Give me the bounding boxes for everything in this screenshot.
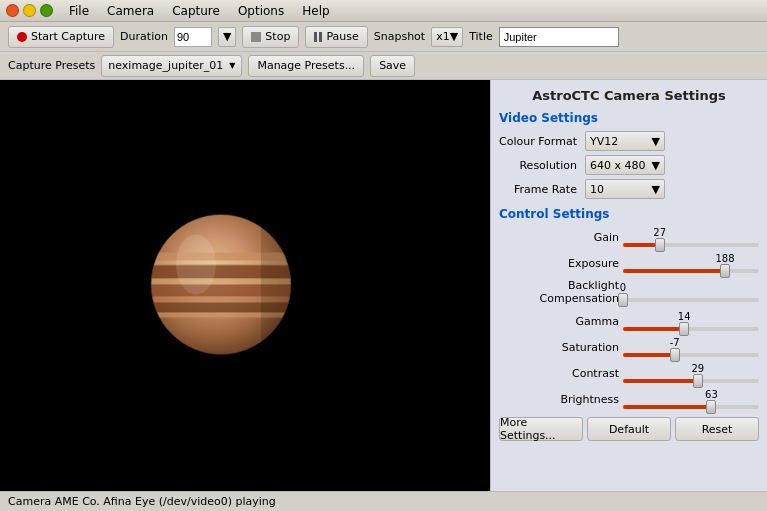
preset-dropdown[interactable]: neximage_jupiter_01 ▼ bbox=[101, 55, 242, 77]
menu-options[interactable]: Options bbox=[230, 2, 292, 20]
reset-label: Reset bbox=[702, 423, 733, 436]
window-controls bbox=[6, 4, 53, 17]
title-label: Title bbox=[469, 30, 493, 43]
menu-file[interactable]: File bbox=[61, 2, 97, 20]
slider-thumb[interactable] bbox=[720, 264, 730, 278]
slider-value-exposure: 188 bbox=[715, 253, 734, 264]
pause-icon bbox=[314, 32, 322, 42]
presets-bar: Capture Presets neximage_jupiter_01 ▼ Ma… bbox=[0, 52, 767, 80]
frame-rate-dropdown[interactable]: 10 ▼ bbox=[585, 179, 665, 199]
record-icon bbox=[17, 32, 27, 42]
preset-value: neximage_jupiter_01 bbox=[108, 59, 223, 72]
slider-label-gain: Gain bbox=[499, 231, 619, 244]
titlebar: File Camera Capture Options Help bbox=[0, 0, 767, 22]
slider-label-exposure: Exposure bbox=[499, 257, 619, 270]
video-settings-grid: Colour Format YV12 ▼ Resolution 640 x 48… bbox=[499, 131, 759, 199]
svg-point-11 bbox=[176, 234, 216, 294]
slider-row: Contrast29 bbox=[499, 363, 759, 383]
pause-button[interactable]: Pause bbox=[305, 26, 367, 48]
duration-input[interactable] bbox=[174, 27, 212, 47]
slider-thumb[interactable] bbox=[706, 400, 716, 414]
settings-panel: AstroCTC Camera Settings Video Settings … bbox=[490, 80, 767, 491]
slider-value-backlight-compensation: 0 bbox=[620, 282, 626, 293]
default-label: Default bbox=[609, 423, 649, 436]
slider-value-brightness: 63 bbox=[705, 389, 718, 400]
slider-row: Gain27 bbox=[499, 227, 759, 247]
svg-rect-10 bbox=[261, 214, 301, 354]
slider-thumb[interactable] bbox=[693, 374, 703, 388]
stop-label: Stop bbox=[265, 30, 290, 43]
slider-value-contrast: 29 bbox=[691, 363, 704, 374]
menu-bar: File Camera Capture Options Help bbox=[61, 2, 338, 20]
slider-row: Gamma14 bbox=[499, 311, 759, 331]
menu-help[interactable]: Help bbox=[294, 2, 337, 20]
save-label: Save bbox=[379, 59, 406, 72]
menu-camera[interactable]: Camera bbox=[99, 2, 162, 20]
snapshot-multiplier-dropdown[interactable]: x1 ▼ bbox=[431, 27, 463, 47]
slider-thumb[interactable] bbox=[655, 238, 665, 252]
menu-capture[interactable]: Capture bbox=[164, 2, 228, 20]
main-content: AstroCTC Camera Settings Video Settings … bbox=[0, 80, 767, 491]
presets-label: Capture Presets bbox=[8, 59, 95, 72]
control-section-title: Control Settings bbox=[499, 207, 759, 221]
frame-rate-label: Frame Rate bbox=[499, 183, 577, 196]
slider-label-brightness: Brightness bbox=[499, 393, 619, 406]
slider-value-saturation: -7 bbox=[670, 337, 680, 348]
resolution-label: Resolution bbox=[499, 159, 577, 172]
slider-thumb[interactable] bbox=[618, 293, 628, 307]
start-capture-label: Start Capture bbox=[31, 30, 105, 43]
slider-row: Saturation-7 bbox=[499, 337, 759, 357]
slider-label-saturation: Saturation bbox=[499, 341, 619, 354]
settings-title: AstroCTC Camera Settings bbox=[499, 88, 759, 103]
snapshot-label: Snapshot bbox=[374, 30, 425, 43]
control-settings: Gain27Exposure188Backlight Compensation0… bbox=[499, 227, 759, 409]
maximize-button[interactable] bbox=[40, 4, 53, 17]
jupiter-image bbox=[141, 204, 301, 367]
slider-label-gamma: Gamma bbox=[499, 315, 619, 328]
status-text: Camera AME Co. Afina Eye (/dev/video0) p… bbox=[8, 495, 276, 508]
title-input[interactable] bbox=[499, 27, 619, 47]
manage-presets-label: Manage Presets... bbox=[257, 59, 355, 72]
more-settings-label: More Settings... bbox=[500, 416, 582, 442]
stop-icon bbox=[251, 32, 261, 42]
bottom-buttons: More Settings... Default Reset bbox=[499, 417, 759, 441]
slider-row: Backlight Compensation0 bbox=[499, 279, 759, 305]
slider-thumb[interactable] bbox=[670, 348, 680, 362]
default-button[interactable]: Default bbox=[587, 417, 671, 441]
reset-button[interactable]: Reset bbox=[675, 417, 759, 441]
pause-label: Pause bbox=[326, 30, 358, 43]
close-button[interactable] bbox=[6, 4, 19, 17]
stop-button[interactable]: Stop bbox=[242, 26, 299, 48]
start-capture-button[interactable]: Start Capture bbox=[8, 26, 114, 48]
slider-thumb[interactable] bbox=[679, 322, 689, 336]
more-settings-button[interactable]: More Settings... bbox=[499, 417, 583, 441]
minimize-button[interactable] bbox=[23, 4, 36, 17]
chevron-down-icon: ▼ bbox=[651, 135, 659, 148]
slider-row: Exposure188 bbox=[499, 253, 759, 273]
duration-unit-dropdown[interactable]: ▼ bbox=[218, 27, 236, 47]
chevron-down-icon: ▼ bbox=[651, 159, 659, 172]
slider-label-contrast: Contrast bbox=[499, 367, 619, 380]
chevron-down-icon: ▼ bbox=[229, 61, 235, 70]
save-button[interactable]: Save bbox=[370, 55, 415, 77]
video-section-title: Video Settings bbox=[499, 111, 759, 125]
toolbar: Start Capture Duration ▼ Stop Pause Snap… bbox=[0, 22, 767, 52]
slider-value-gain: 27 bbox=[653, 227, 666, 238]
manage-presets-button[interactable]: Manage Presets... bbox=[248, 55, 364, 77]
colour-format-label: Colour Format bbox=[499, 135, 577, 148]
slider-row: Brightness63 bbox=[499, 389, 759, 409]
colour-format-dropdown[interactable]: YV12 ▼ bbox=[585, 131, 665, 151]
camera-view bbox=[0, 80, 490, 491]
slider-label-backlight-compensation: Backlight Compensation bbox=[499, 279, 619, 305]
statusbar: Camera AME Co. Afina Eye (/dev/video0) p… bbox=[0, 491, 767, 511]
chevron-down-icon: ▼ bbox=[651, 183, 659, 196]
resolution-dropdown[interactable]: 640 x 480 ▼ bbox=[585, 155, 665, 175]
duration-label: Duration bbox=[120, 30, 168, 43]
slider-value-gamma: 14 bbox=[678, 311, 691, 322]
